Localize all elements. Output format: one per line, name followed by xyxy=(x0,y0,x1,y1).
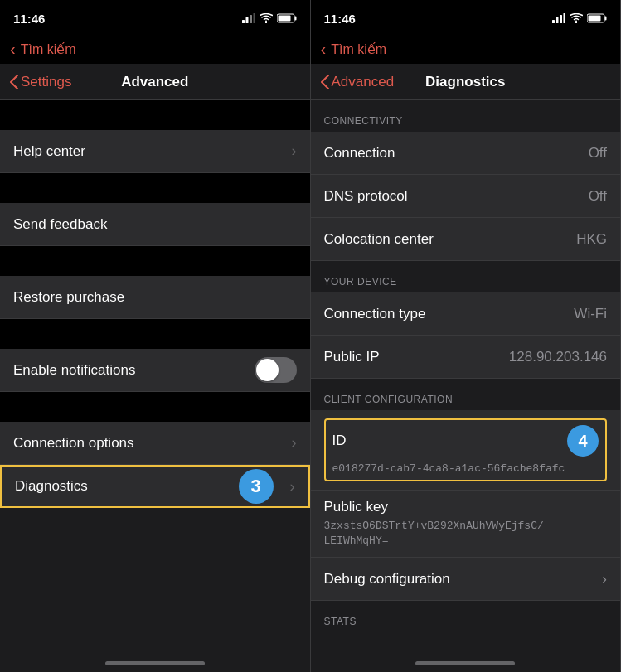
client-config-header: CLIENT CONFIGURATION xyxy=(311,379,621,410)
info-row-connection-type[interactable]: Connection type Wi-Fi xyxy=(311,292,621,336)
stats-header: STATS xyxy=(311,601,621,632)
info-row-dns-protocol[interactable]: DNS protocol Off xyxy=(311,175,621,218)
help-center-chevron-icon: › xyxy=(292,143,297,160)
left-home-bar xyxy=(105,661,205,665)
connection-options-label: Connection options xyxy=(13,435,134,452)
connection-options-chevron-icon: › xyxy=(292,434,297,452)
left-status-time: 11:46 xyxy=(13,12,45,26)
id-value: e018277d-cab7-4ca8-a1ac-56facbe8fafc xyxy=(332,462,565,475)
svg-rect-12 xyxy=(605,17,607,21)
menu-row-diagnostics[interactable]: Diagnostics › 3 xyxy=(0,465,310,508)
svg-rect-6 xyxy=(278,16,290,22)
svg-rect-9 xyxy=(560,15,562,23)
left-search-label: Tìm kiếm xyxy=(21,41,76,57)
svg-rect-8 xyxy=(556,17,559,23)
restore-purchase-label: Restore purchase xyxy=(13,289,124,306)
right-status-icons xyxy=(552,13,607,23)
left-search-area: ‹ Tìm kiếm xyxy=(0,36,310,64)
left-back-chevron-icon xyxy=(10,75,18,89)
right-back-arrow-icon: ‹ xyxy=(321,40,327,59)
svg-rect-1 xyxy=(245,17,248,23)
help-center-label: Help center xyxy=(13,143,85,160)
id-section[interactable]: ID 4 e018277d-cab7-4ca8-a1ac-56facbe8faf… xyxy=(311,410,621,491)
battery-icon xyxy=(277,13,297,23)
menu-row-help-center[interactable]: Help center › xyxy=(0,130,310,173)
svg-rect-5 xyxy=(294,17,296,21)
menu-row-enable-notifications[interactable]: Enable notifications xyxy=(0,349,310,392)
toggle-knob xyxy=(256,359,279,381)
right-search-area: ‹ Tìm kiếm xyxy=(311,36,621,64)
connectivity-header: CONNECTIVITY xyxy=(311,100,621,132)
info-row-connection[interactable]: Connection Off xyxy=(311,132,621,175)
svg-rect-13 xyxy=(589,16,601,22)
right-back-chevron-icon xyxy=(321,75,329,89)
right-home-indicator xyxy=(311,654,621,672)
pubkey-label: Public key xyxy=(324,499,608,515)
your-device-header: YOUR DEVICE xyxy=(311,261,621,292)
menu-row-restore-purchase[interactable]: Restore purchase xyxy=(0,276,310,319)
left-gap-2 xyxy=(0,173,310,203)
right-panel: 11:46 ‹ Tìm kiếm xyxy=(311,0,622,672)
right-signal-icon xyxy=(552,13,565,23)
dns-protocol-label: DNS protocol xyxy=(324,188,408,205)
diagnostics-chevron-icon: › xyxy=(290,478,295,496)
diagnostics-badge: 3 xyxy=(239,469,274,504)
wifi-icon xyxy=(260,13,273,23)
info-row-public-ip[interactable]: Public IP 128.90.203.146 xyxy=(311,336,621,379)
debug-config-label: Debug configuration xyxy=(324,571,450,587)
enable-notifications-label: Enable notifications xyxy=(13,362,135,379)
left-home-indicator xyxy=(0,654,310,672)
left-gap-4 xyxy=(0,319,310,349)
connection-value: Off xyxy=(589,145,607,162)
left-panel: 11:46 ‹ Tì xyxy=(0,0,311,672)
svg-rect-2 xyxy=(250,15,252,23)
right-content: CONNECTIVITY Connection Off DNS protocol… xyxy=(311,100,621,654)
left-status-bar: 11:46 xyxy=(0,0,310,36)
right-wifi-icon xyxy=(570,13,583,23)
id-badge: 4 xyxy=(567,425,599,457)
svg-rect-0 xyxy=(242,20,245,23)
right-status-bar: 11:46 xyxy=(311,0,621,36)
notifications-toggle[interactable] xyxy=(255,357,297,383)
connection-label: Connection xyxy=(324,145,395,162)
id-label: ID xyxy=(332,433,347,449)
right-search-label: Tìm kiếm xyxy=(331,41,386,57)
signal-icon xyxy=(242,13,255,23)
menu-row-send-feedback[interactable]: Send feedback xyxy=(0,203,310,246)
right-status-time: 11:46 xyxy=(324,12,356,26)
debug-config-chevron-icon: › xyxy=(602,571,607,587)
pubkey-row[interactable]: Public key 3zxstsO6DSTrtY+vB292XnAUhVWyE… xyxy=(311,491,621,558)
right-back-button[interactable]: Advanced xyxy=(321,74,395,90)
right-battery-icon xyxy=(587,13,607,23)
diagnostics-label: Diagnostics xyxy=(15,478,88,495)
dns-protocol-value: Off xyxy=(589,188,607,205)
id-label-row: ID 4 xyxy=(332,425,599,457)
left-back-button[interactable]: Settings xyxy=(10,74,71,90)
svg-rect-10 xyxy=(564,13,566,23)
colocation-center-value: HKG xyxy=(576,231,607,248)
left-back-arrow-icon: ‹ xyxy=(10,40,16,59)
connection-type-label: Connection type xyxy=(324,306,426,322)
right-nav-title: Diagnostics xyxy=(425,74,505,90)
menu-row-connection-options[interactable]: Connection options › xyxy=(0,422,310,465)
id-section-inner: ID 4 e018277d-cab7-4ca8-a1ac-56facbe8faf… xyxy=(324,418,608,481)
info-row-debug-config[interactable]: Debug configuration › xyxy=(311,558,621,601)
info-row-colocation-center[interactable]: Colocation center HKG xyxy=(311,218,621,261)
public-ip-value: 128.90.203.146 xyxy=(509,349,607,365)
left-status-icons xyxy=(242,13,297,23)
colocation-center-label: Colocation center xyxy=(324,231,434,248)
svg-rect-3 xyxy=(253,13,255,23)
connection-type-value: Wi-Fi xyxy=(574,306,607,322)
right-home-bar xyxy=(415,661,515,665)
left-content: Help center › Send feedback Restore purc… xyxy=(0,100,310,654)
public-ip-label: Public IP xyxy=(324,349,380,365)
svg-rect-7 xyxy=(552,20,555,23)
right-nav-bar: Advanced Diagnostics xyxy=(311,64,621,100)
left-nav-title: Advanced xyxy=(121,74,188,90)
left-gap-1 xyxy=(0,100,310,130)
send-feedback-label: Send feedback xyxy=(13,216,107,233)
left-nav-bar: Settings Advanced xyxy=(0,64,310,100)
pubkey-value: 3zxstsO6DSTrtY+vB292XnAUhVWyEjfsC/LEIWhM… xyxy=(324,519,608,549)
left-gap-5 xyxy=(0,392,310,422)
left-gap-3 xyxy=(0,246,310,276)
